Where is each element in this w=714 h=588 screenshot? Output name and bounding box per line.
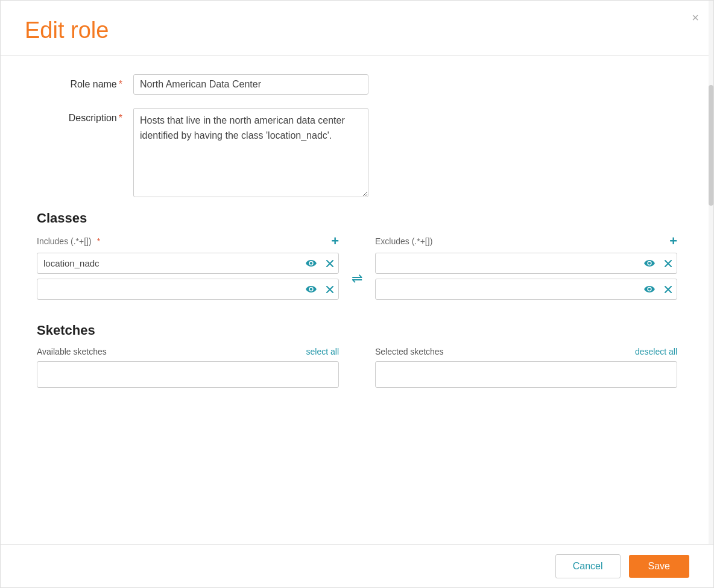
select-all-button[interactable]: select all	[306, 347, 339, 356]
selected-sketches-header: Selected sketches deselect all	[375, 347, 677, 356]
x-icon-4	[665, 286, 672, 293]
selected-sketches-list[interactable]	[375, 361, 677, 388]
selected-sketches-label: Selected sketches	[375, 347, 444, 356]
classes-columns: Includes (.*+[]) * +	[37, 235, 677, 305]
eye-icon-2	[306, 286, 317, 293]
description-required: *	[119, 113, 122, 123]
close-button[interactable]: ×	[692, 11, 699, 24]
x-icon-3	[665, 260, 672, 267]
includes-remove-button-1[interactable]	[321, 256, 338, 271]
available-sketches-list[interactable]	[37, 361, 339, 388]
sketches-section-title: Sketches	[37, 323, 677, 338]
excludes-row-2	[375, 279, 677, 300]
includes-input-2[interactable]	[37, 279, 301, 299]
includes-add-button[interactable]: +	[331, 235, 339, 248]
excludes-input-2[interactable]	[376, 279, 639, 299]
x-icon-2	[326, 286, 333, 293]
role-name-required: *	[119, 79, 122, 89]
includes-row-1	[37, 253, 339, 274]
eye-icon-4	[644, 286, 655, 293]
description-label: Description*	[37, 108, 133, 124]
available-sketches-label: Available sketches	[37, 347, 107, 356]
excludes-add-button[interactable]: +	[669, 235, 677, 248]
classes-section: Classes Includes (.*+[]) * +	[37, 210, 677, 305]
available-sketches-header: Available sketches select all	[37, 347, 339, 356]
excludes-eye-button-1[interactable]	[639, 256, 660, 271]
role-name-label: Role name*	[37, 74, 133, 90]
includes-row-2	[37, 279, 339, 300]
excludes-remove-button-2[interactable]	[660, 282, 677, 297]
dialog-footer: Cancel Save	[1, 544, 713, 587]
excludes-column: Excludes (.*+[]) +	[375, 235, 677, 305]
includes-label-row: Includes (.*+[]) * +	[37, 235, 339, 248]
dialog-content: Role name* Description* Hosts that live …	[1, 74, 713, 388]
selected-sketches-col: Selected sketches deselect all	[375, 347, 677, 388]
available-sketches-col: Available sketches select all	[37, 347, 339, 388]
excludes-eye-button-2[interactable]	[639, 282, 660, 297]
description-textarea[interactable]: Hosts that live in the north american da…	[133, 108, 368, 197]
includes-remove-button-2[interactable]	[321, 282, 338, 297]
includes-eye-button-2[interactable]	[301, 282, 321, 297]
role-name-input[interactable]	[133, 74, 368, 95]
includes-eye-button-1[interactable]	[301, 256, 321, 271]
excludes-remove-button-1[interactable]	[660, 256, 677, 271]
deselect-all-button[interactable]: deselect all	[635, 347, 677, 356]
sketches-gap	[339, 347, 375, 388]
includes-label: Includes (.*+[])	[37, 236, 92, 246]
eye-icon-3	[644, 260, 655, 267]
includes-required: *	[97, 236, 100, 246]
role-name-row: Role name*	[37, 74, 677, 95]
excludes-label: Excludes (.*+[])	[375, 236, 432, 246]
excludes-label-row: Excludes (.*+[]) +	[375, 235, 677, 248]
sketches-section: Sketches Available sketches select all S…	[37, 323, 677, 388]
x-icon-1	[326, 260, 333, 267]
scrollbar-track[interactable]	[709, 1, 713, 587]
transfer-icon-col: ⇌	[339, 235, 375, 286]
eye-icon-1	[306, 260, 317, 267]
scrollbar-thumb[interactable]	[709, 85, 713, 206]
sketches-row: Available sketches select all Selected s…	[37, 347, 677, 388]
excludes-row-1	[375, 253, 677, 274]
header-divider	[1, 55, 713, 56]
edit-role-dialog: × Edit role Role name* Description* Host…	[0, 0, 714, 588]
transfer-icon: ⇌	[352, 271, 362, 286]
cancel-button[interactable]: Cancel	[555, 554, 621, 578]
includes-input-1[interactable]	[37, 253, 301, 273]
save-button[interactable]: Save	[629, 555, 689, 578]
description-row: Description* Hosts that live in the nort…	[37, 108, 677, 197]
includes-column: Includes (.*+[]) * +	[37, 235, 339, 305]
excludes-input-1[interactable]	[376, 253, 639, 273]
classes-section-title: Classes	[37, 210, 677, 226]
dialog-title: Edit role	[1, 1, 713, 55]
